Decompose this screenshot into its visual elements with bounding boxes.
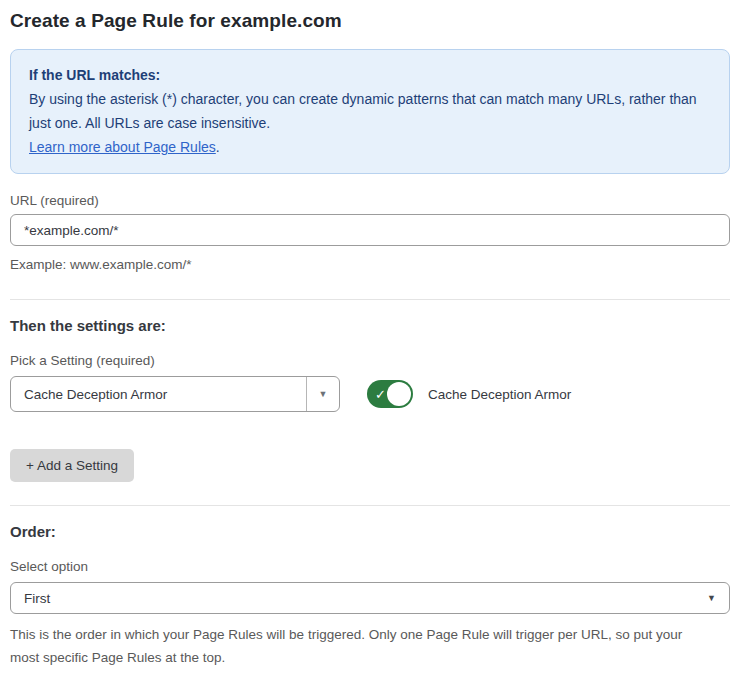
divider	[10, 299, 730, 300]
pick-setting-label: Pick a Setting (required)	[10, 353, 730, 368]
check-icon: ✓	[375, 388, 386, 401]
setting-toggle[interactable]: ✓	[367, 380, 413, 408]
create-page-rule-panel: Create a Page Rule for example.com If th…	[0, 0, 750, 679]
setting-select[interactable]: Cache Deception Armor ▼	[10, 376, 340, 412]
url-example-helper: Example: www.example.com/*	[10, 254, 730, 276]
page-title: Create a Page Rule for example.com	[10, 10, 730, 32]
order-select[interactable]: First ▼	[10, 582, 730, 614]
divider	[10, 505, 730, 506]
url-input[interactable]	[10, 214, 730, 246]
info-box-link-line: Learn more about Page Rules.	[29, 135, 711, 159]
info-box-heading: If the URL matches:	[29, 63, 711, 87]
order-select-label: Select option	[10, 559, 730, 574]
toggle-knob	[387, 382, 411, 406]
chevron-down-icon: ▼	[707, 593, 716, 603]
link-suffix: .	[216, 139, 220, 155]
url-field-label: URL (required)	[10, 193, 730, 208]
order-select-value: First	[24, 591, 50, 606]
setting-select-value: Cache Deception Armor	[11, 377, 306, 411]
info-box-body: By using the asterisk (*) character, you…	[29, 87, 711, 135]
learn-more-link[interactable]: Learn more about Page Rules	[29, 139, 216, 155]
settings-section-heading: Then the settings are:	[10, 317, 730, 334]
order-section-heading: Order:	[10, 523, 730, 540]
add-setting-button[interactable]: + Add a Setting	[10, 449, 134, 482]
order-helper-text: This is the order in which your Page Rul…	[10, 623, 710, 669]
chevron-down-icon[interactable]: ▼	[306, 377, 339, 411]
setting-row: Cache Deception Armor ▼ ✓ Cache Deceptio…	[10, 376, 730, 412]
toggle-label: Cache Deception Armor	[428, 387, 571, 402]
url-match-info-box: If the URL matches: By using the asteris…	[10, 49, 730, 174]
